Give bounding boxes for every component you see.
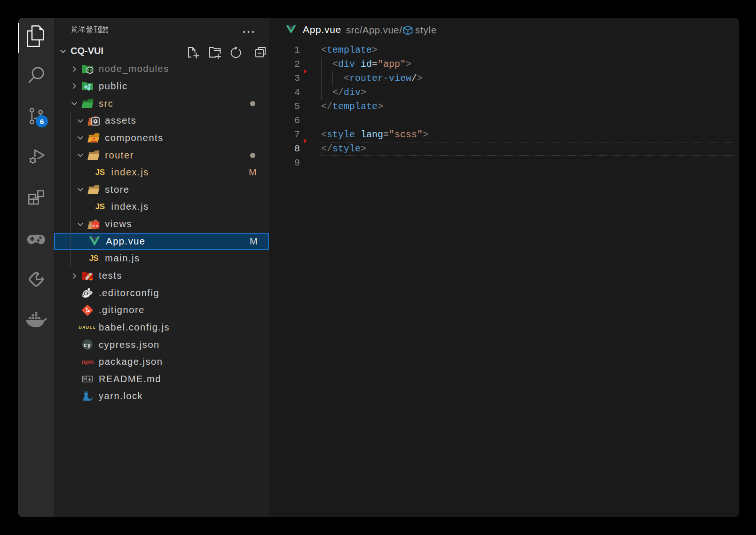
svg-text:<>: <>: [93, 223, 100, 228]
svg-text:cy: cy: [84, 342, 91, 348]
svg-text:6: 6: [40, 118, 44, 126]
svg-text:JS: JS: [87, 68, 93, 72]
